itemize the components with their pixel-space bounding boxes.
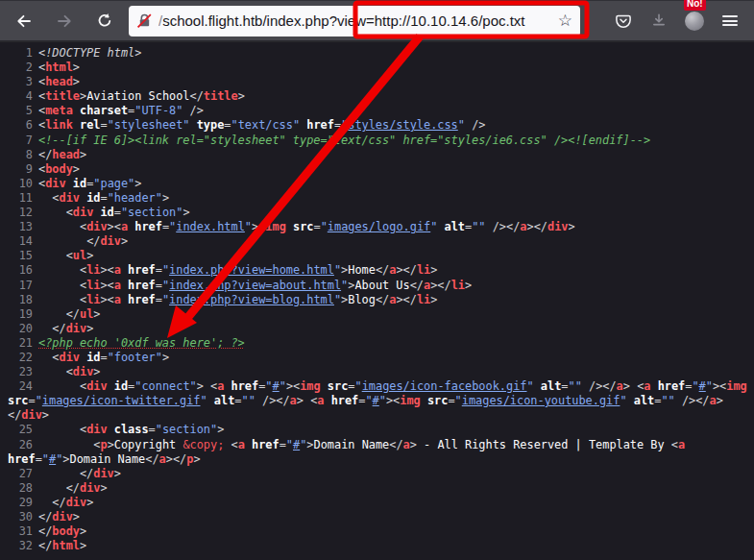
source-link[interactable]: styles/style.css: [348, 118, 458, 132]
source-token: [38, 481, 66, 495]
source-line: 23 <div>: [8, 365, 750, 379]
source-token: [38, 423, 80, 436]
back-button[interactable]: [10, 7, 38, 36]
source-token: link: [45, 118, 73, 132]
source-line: 32</html>: [8, 539, 750, 553]
source-token: id: [93, 206, 113, 219]
source-link[interactable]: #: [699, 379, 706, 393]
source-token: li: [417, 263, 430, 277]
downloads-button[interactable]: [645, 7, 673, 36]
source-token: ": [526, 379, 533, 393]
source-token: Domain Name: [70, 452, 146, 466]
back-arrow-icon: [14, 12, 34, 31]
noscript-extension-button[interactable]: No!: [680, 7, 709, 36]
line-number: 26: [8, 438, 33, 452]
source-link[interactable]: index.php?view=home.html: [169, 263, 334, 277]
source-token: a: [114, 263, 121, 277]
line-number: 25: [8, 423, 33, 437]
source-link[interactable]: images/icon-twitter.gif: [42, 394, 201, 407]
bookmark-star-icon[interactable]: ☆: [558, 12, 572, 29]
source-token: >: [62, 452, 69, 466]
source-token: <?php echo '0xdf was here'; ?>: [38, 336, 245, 350]
source-token: div: [21, 408, 41, 422]
url-bar[interactable]: /school.flight.htb/index.php?view=http:/…: [129, 6, 580, 37]
source-token: >: [73, 61, 80, 74]
url-text[interactable]: /school.flight.htb/index.php?view=http:/…: [158, 12, 554, 29]
source-token: meta: [45, 104, 73, 117]
source-token: >: [162, 191, 169, 205]
forward-button[interactable]: [50, 7, 79, 36]
source-line: 15 <ul>: [8, 249, 750, 263]
source-link[interactable]: index.php?view=about.html: [169, 279, 341, 292]
source-token: div: [93, 467, 113, 480]
source-token: ><: [100, 263, 113, 277]
line-number: 6: [8, 118, 33, 133]
source-link[interactable]: #: [373, 394, 379, 407]
source-token: ul: [80, 307, 93, 321]
source-token: [38, 467, 80, 480]
source-token: href: [300, 118, 334, 132]
source-line: 27 </div>: [8, 467, 750, 481]
source-token: div: [86, 423, 107, 436]
source-token: =: [280, 438, 286, 451]
source-link[interactable]: images/icon-youtube.gif: [462, 394, 620, 407]
source-token: a: [114, 293, 121, 306]
source-token: title: [45, 89, 80, 103]
source-token: div: [100, 234, 120, 248]
source-token: div: [60, 351, 80, 364]
source-token: src: [321, 379, 349, 393]
source-token: >: [182, 206, 189, 219]
source-token: [675, 394, 682, 407]
source-token: "stylesheet": [108, 118, 190, 132]
source-token: />: [472, 118, 485, 132]
line-number: 12: [8, 206, 33, 220]
source-token: >: [197, 379, 204, 393]
source-code: 1<!DOCTYPE html>2<html>3<head>4<title>Av…: [0, 42, 754, 553]
source-token: </: [38, 148, 52, 161]
source-token: >: [114, 467, 121, 480]
source-token: html: [45, 61, 73, 74]
line-number: 18: [8, 293, 33, 307]
source-token: href: [245, 438, 280, 451]
source-line: 3<head>: [8, 75, 750, 89]
source-token: [38, 351, 52, 364]
source-token: div: [52, 510, 72, 523]
source-token: alt: [627, 394, 655, 407]
source-token: rel: [73, 118, 101, 132]
source-token: /></: [262, 394, 290, 407]
source-token: ": [458, 118, 465, 132]
source-token: /></: [493, 220, 521, 233]
line-number: 7: [8, 134, 33, 148]
source-token: [38, 234, 86, 248]
source-token: ": [286, 438, 293, 451]
menu-button[interactable]: [716, 7, 744, 36]
source-link[interactable]: #: [273, 379, 280, 393]
line-number: 32: [8, 539, 33, 553]
source-token: body: [45, 162, 73, 176]
source-token: ": [706, 379, 713, 393]
line-number: 24: [8, 379, 33, 394]
source-link[interactable]: images/icon-facebook.gif: [362, 379, 527, 393]
source-token: >: [623, 379, 630, 393]
source-link[interactable]: images/logo.gif: [328, 220, 430, 233]
source-token: >: [73, 510, 80, 523]
source-line: 18 <li><a href="index.php?view=blog.html…: [8, 293, 750, 307]
source-link[interactable]: index.php?view=blog.html: [169, 293, 334, 306]
source-token: ": [42, 452, 49, 466]
source-token: href: [121, 293, 156, 306]
source-token: [38, 249, 66, 262]
source-token: li: [86, 263, 100, 277]
source-line: 30</div>: [8, 510, 750, 524]
source-token: id: [108, 379, 128, 393]
source-token: =: [114, 206, 121, 219]
source-token: ><: [100, 279, 113, 292]
source-token: div: [73, 365, 93, 378]
source-link[interactable]: index.html: [176, 220, 245, 233]
source-token: div: [45, 177, 65, 190]
source-token: <: [231, 438, 238, 451]
source-token: div: [66, 322, 86, 335]
pocket-button[interactable]: [609, 7, 638, 36]
source-token: p: [100, 438, 107, 451]
reload-button[interactable]: [90, 7, 119, 36]
source-token: href: [324, 394, 358, 407]
